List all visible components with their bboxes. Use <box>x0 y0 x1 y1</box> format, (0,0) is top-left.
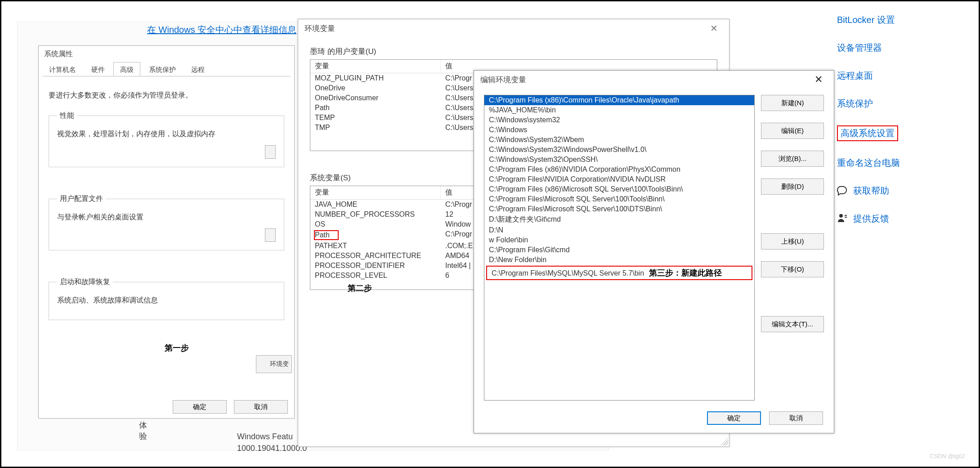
sysprops-tabs: 计算机名 硬件 高级 系统保护 远程 <box>42 62 291 76</box>
list-item[interactable]: C:\Program Files\Microsoft SQL Server\10… <box>484 204 754 214</box>
move-up-button[interactable]: 上移(U) <box>761 233 824 250</box>
editenv-side-buttons: 新建(N) 编辑(E) 浏览(B)... 删除(D) 上移(U) 下移(O) 编… <box>761 95 824 401</box>
performance-legend: 性能 <box>57 111 77 120</box>
tab-advanced[interactable]: 高级 <box>113 62 140 76</box>
performance-settings-button[interactable] <box>265 145 276 159</box>
user-profiles-legend: 用户配置文件 <box>57 194 106 204</box>
startup-recovery-legend: 启动和故障恢复 <box>57 277 113 287</box>
list-item[interactable]: C:\Program Files\MySQL\MySQL Server 5.7\… <box>486 266 752 280</box>
path-list[interactable]: C:\Program Files (x86)\Common Files\Orac… <box>484 95 755 401</box>
editenv-title: 编辑环境变量 <box>480 75 526 85</box>
edit-text-button[interactable]: 编辑文本(T)... <box>761 316 824 332</box>
user-vars-section-title: 墨琦 的用户变量(U) <box>310 46 717 57</box>
watermark: CSDN @tg02 <box>930 453 965 459</box>
delete-button[interactable]: 删除(D) <box>761 178 824 195</box>
edit-button[interactable]: 编辑(E) <box>761 123 824 139</box>
link-get-help[interactable]: 获取帮助 <box>853 185 889 197</box>
link-advanced-system-settings[interactable]: 高级系统设置 <box>841 127 895 139</box>
tab-hardware[interactable]: 硬件 <box>85 62 112 76</box>
link-advanced-system-highlight: 高级系统设置 <box>837 125 898 141</box>
tab-system-protection[interactable]: 系统保护 <box>142 62 183 76</box>
link-give-feedback[interactable]: 提供反馈 <box>853 213 889 225</box>
link-device-manager[interactable]: 设备管理器 <box>837 42 929 54</box>
list-item[interactable]: %JAVA_HOME%\bin <box>484 105 754 115</box>
col-variable: 变量 <box>310 186 441 199</box>
list-item[interactable]: C:\Program Files (x86)\Common Files\Orac… <box>484 95 754 105</box>
list-item[interactable]: D:\New Folder\bin <box>484 255 754 265</box>
browse-button[interactable]: 浏览(B)... <box>761 151 824 167</box>
col-variable: 变量 <box>310 60 441 73</box>
settings-sidebar: BitLocker 设置 设备管理器 远程桌面 系统保护 高级系统设置 重命名这… <box>837 14 929 241</box>
step2-label: 第二步 <box>348 283 372 294</box>
editenv-ok-button[interactable]: 确定 <box>707 411 761 425</box>
performance-desc: 视觉效果，处理器计划，内存使用，以及虚拟内存 <box>57 129 276 139</box>
system-properties-dialog: 系统属性 计算机名 硬件 高级 系统保护 远程 要进行大多数更改，你必须作为管理… <box>38 45 295 419</box>
version-text: 1000.19041.1000.0 <box>237 444 307 453</box>
link-remote-desktop[interactable]: 远程桌面 <box>837 70 929 82</box>
list-item[interactable]: D:\新建文件夹\Git\cmd <box>484 214 754 225</box>
tab-remote[interactable]: 远程 <box>184 62 211 76</box>
list-item[interactable]: C:\Program Files (x86)\NVIDIA Corporatio… <box>484 165 754 174</box>
environment-variables-button[interactable]: 环境变 <box>270 360 289 368</box>
editenv-cancel-button[interactable]: 取消 <box>769 411 823 425</box>
move-down-button[interactable]: 下移(O) <box>761 261 824 277</box>
environment-variables-button-highlight: 环境变 <box>256 355 292 373</box>
user-profiles-settings-button[interactable] <box>265 228 276 242</box>
feature-text: Windows Featu <box>237 432 293 441</box>
experience-label: 体验 <box>139 420 147 441</box>
list-item[interactable]: C:\Program Files\Microsoft SQL Server\10… <box>484 194 754 204</box>
sysprops-cancel-button[interactable]: 取消 <box>234 400 288 414</box>
list-item[interactable]: C:\Program Files\Git\cmd <box>484 245 754 255</box>
admin-note: 要进行大多数更改，你必须作为管理员登录。 <box>49 91 284 100</box>
edit-env-var-dialog: 编辑环境变量 ✕ C:\Program Files (x86)\Common F… <box>474 70 834 433</box>
list-item[interactable]: C:\Program Files\NVIDIA Corporation\NVID… <box>484 174 754 184</box>
new-button[interactable]: 新建(N) <box>761 95 824 111</box>
step3-label: 第三步：新建此路径 <box>649 268 722 277</box>
user-profiles-desc: 与登录帐户相关的桌面设置 <box>57 213 276 222</box>
link-system-protection[interactable]: 系统保护 <box>837 98 929 110</box>
link-rename-pc[interactable]: 重命名这台电脑 <box>837 157 929 169</box>
tab-computer-name[interactable]: 计算机名 <box>42 62 83 76</box>
list-item[interactable]: D:\N <box>484 225 754 235</box>
envvars-title: 环境变量 <box>304 23 335 34</box>
person-icon <box>837 213 848 225</box>
chat-bubble-icon <box>837 185 848 197</box>
list-item[interactable]: w Folder\bin <box>484 235 754 245</box>
sysprops-ok-button[interactable]: 确定 <box>173 400 227 414</box>
list-item[interactable]: C:\Windows\System32\Wbem <box>484 135 754 145</box>
resize-grip[interactable] <box>720 437 728 446</box>
sysprops-title: 系统属性 <box>39 46 294 62</box>
svg-point-0 <box>839 214 843 218</box>
security-center-details-link[interactable]: 在 Windows 安全中心中查看详细信息 <box>147 24 296 36</box>
path-variable-highlight: Path <box>314 230 339 240</box>
envvars-close-button[interactable]: ✕ <box>705 23 723 34</box>
list-item[interactable]: C:\Windows <box>484 125 754 135</box>
link-bitlocker[interactable]: BitLocker 设置 <box>837 14 929 26</box>
editenv-close-button[interactable]: ✕ <box>810 74 828 85</box>
list-item[interactable]: C:\Windows\system32 <box>484 115 754 125</box>
list-item[interactable]: C:\Windows\System32\OpenSSH\ <box>484 155 754 165</box>
list-item[interactable]: C:\Program Files (x86)\Microsoft SQL Ser… <box>484 184 754 194</box>
startup-recovery-desc: 系统启动、系统故障和调试信息 <box>57 296 276 305</box>
step1-label: 第一步 <box>165 343 189 353</box>
list-item[interactable]: C:\Windows\System32\WindowsPowerShell\v1… <box>484 145 754 155</box>
